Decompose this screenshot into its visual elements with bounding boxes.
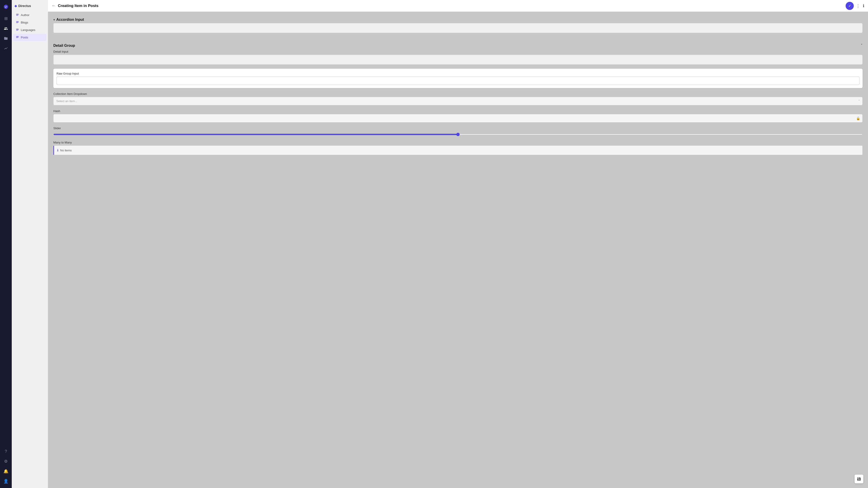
accordion-title: Accordion Input	[56, 18, 84, 22]
many-to-many-label: Many to Many	[53, 141, 863, 144]
languages-icon	[16, 28, 19, 32]
brand: ◆ Directus	[12, 3, 48, 11]
collection-dropdown[interactable]: Select an item...	[53, 97, 863, 105]
page-title: Creating Item in Posts	[58, 4, 843, 8]
many-to-many-box: ℹ No items	[53, 145, 863, 155]
hash-input[interactable]	[53, 114, 863, 123]
sidebar-item-languages-label: Languages	[21, 28, 35, 32]
collection-dropdown-group: Collection Item Dropdown Select an item.…	[53, 92, 863, 105]
topbar: ← Creating Item in Posts ✓ ⋮ ℹ	[48, 0, 868, 12]
hash-field-group: Hash 🔒	[53, 109, 863, 123]
sidebar-item-author[interactable]: Author	[13, 11, 46, 19]
nav-icon-settings[interactable]: ⚙	[2, 457, 10, 465]
sidebar-item-author-label: Author	[21, 13, 29, 17]
slider-label: Slider	[53, 127, 863, 130]
nav-icon-users[interactable]	[2, 24, 10, 33]
brand-icon: ◆	[14, 4, 17, 8]
detail-input[interactable]	[53, 55, 863, 65]
many-to-many-group: Many to Many ℹ No items	[53, 141, 863, 155]
save-button[interactable]: ✓	[846, 2, 854, 10]
many-to-many-empty-text: No items	[60, 149, 72, 152]
accordion-chevron-icon: ▾	[53, 18, 55, 22]
more-options-button[interactable]: ⋮	[856, 3, 861, 8]
app-logo[interactable]	[2, 3, 10, 11]
slider-wrapper	[53, 131, 863, 137]
topbar-actions: ✓ ⋮ ℹ	[846, 2, 864, 10]
collection-dropdown-label: Collection Item Dropdown	[53, 92, 863, 96]
bottom-save-button[interactable]	[855, 475, 864, 484]
detail-group-toggle-icon: ˅	[861, 43, 863, 48]
nav-icon-profile[interactable]: 👤	[2, 477, 10, 485]
sidebar-item-posts[interactable]: Posts	[13, 34, 46, 41]
raw-group-card: Raw Group Input	[53, 69, 863, 88]
collection-dropdown-wrapper: Select an item... ˅	[53, 97, 863, 105]
info-button[interactable]: ℹ	[863, 3, 864, 8]
nav-icon-folder[interactable]	[2, 34, 10, 42]
info-circle-icon: ℹ	[57, 149, 58, 152]
nav-icon-help[interactable]: ?	[2, 447, 10, 455]
main-area: ← Creating Item in Posts ✓ ⋮ ℹ ▾ Accordi…	[48, 0, 868, 488]
brand-name: Directus	[18, 4, 31, 8]
detail-group-title: Detail Group	[53, 43, 75, 48]
sidebar-item-blogs-label: Blogs	[21, 21, 28, 24]
accordion-input[interactable]	[53, 23, 863, 33]
form-content: ▾ Accordion Input Detail Group ˅ Detail …	[48, 12, 868, 488]
detail-group-header[interactable]: Detail Group ˅	[53, 41, 863, 50]
sidebar-item-blogs[interactable]: Blogs	[13, 19, 46, 26]
accordion-section: ▾ Accordion Input	[53, 16, 863, 33]
slider-input[interactable]	[53, 134, 863, 135]
raw-group-input[interactable]	[57, 76, 860, 85]
hash-wrapper: 🔒	[53, 114, 863, 123]
blogs-icon	[16, 21, 19, 24]
nav-sidebar: ◆ Directus Author Blogs Languages	[12, 0, 48, 488]
nav-icon-grid[interactable]: ⊞	[2, 14, 10, 23]
author-icon	[16, 13, 19, 17]
sidebar-item-posts-label: Posts	[21, 36, 28, 39]
accordion-header[interactable]: ▾ Accordion Input	[53, 16, 863, 23]
slider-field-group: Slider	[53, 127, 863, 137]
hash-label: Hash	[53, 109, 863, 113]
detail-group-section: Detail Group ˅ Detail Input Raw Group In…	[53, 41, 863, 155]
nav-icon-notifications[interactable]: 🔔	[2, 467, 10, 475]
posts-icon	[16, 35, 19, 39]
nav-icon-activity[interactable]	[2, 44, 10, 53]
icon-sidebar: ⊞ ? ⚙ 🔔 👤	[0, 0, 12, 488]
back-button[interactable]: ←	[52, 3, 56, 8]
detail-input-label: Detail Input	[53, 50, 863, 53]
sidebar-item-languages[interactable]: Languages	[13, 26, 46, 33]
raw-group-label: Raw Group Input	[57, 72, 860, 75]
detail-input-group: Detail Input	[53, 50, 863, 65]
lock-icon: 🔒	[856, 116, 860, 121]
